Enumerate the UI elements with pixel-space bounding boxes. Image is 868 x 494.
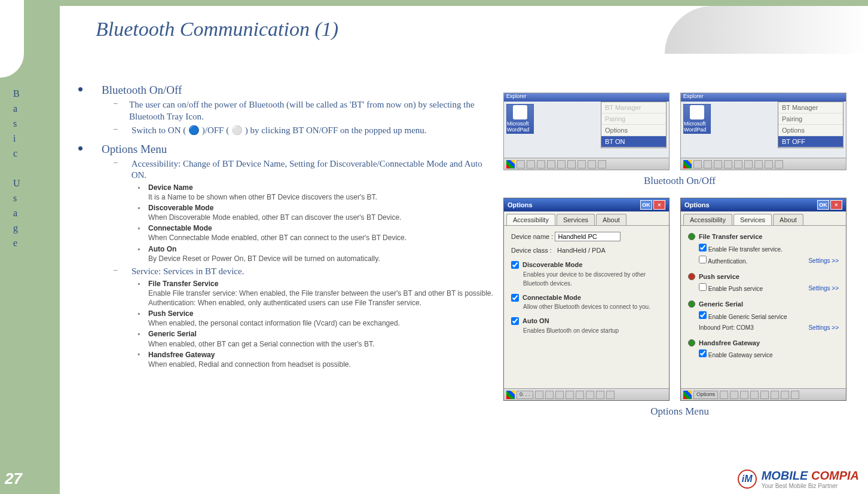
logo-mark: iM [738, 470, 757, 489]
tray-icon[interactable] [765, 160, 773, 168]
tray-icon[interactable] [781, 391, 789, 399]
brand-logo: iM MOBILE COMPIA Your Best Mobile Biz Pa… [738, 469, 859, 489]
menu-item[interactable]: Options [778, 125, 843, 136]
tab[interactable]: Services [557, 214, 595, 225]
menu-item[interactable]: BT ON [601, 136, 666, 148]
start-icon[interactable] [506, 160, 515, 168]
square-bullet: ▪ [137, 244, 148, 254]
tray-icon[interactable] [516, 160, 525, 168]
logo-tagline: Your Best Mobile Biz Partner [762, 483, 859, 489]
tray-icon[interactable] [740, 391, 748, 399]
checkbox-desc: Allow other Bluetooth devices to connect… [523, 302, 662, 311]
tray-icon[interactable] [760, 391, 769, 399]
tab[interactable]: About [596, 214, 626, 225]
context-menu: BT ManagerPairingOptionsBT OFF [778, 102, 843, 148]
close-button[interactable]: × [830, 200, 842, 210]
context-menu: BT ManagerPairingOptionsBT ON [601, 102, 667, 148]
device-name-input[interactable] [555, 232, 621, 241]
panel-body: Device name : Device class : HandHeld / … [504, 226, 669, 341]
menu-item[interactable]: BT OFF [778, 136, 843, 148]
tray-icon[interactable] [535, 391, 543, 399]
tray-icon[interactable] [775, 160, 783, 168]
caption-options-menu: Options Menu [503, 406, 856, 418]
device-class-field: Device class : HandHeld / PDA [511, 246, 662, 256]
start-icon[interactable] [506, 391, 515, 399]
l3-title: Device Name [148, 183, 193, 192]
tray-icon[interactable] [724, 160, 732, 168]
tray-icon[interactable] [567, 160, 576, 168]
menu-item[interactable]: Options [601, 125, 666, 136]
tray-icon[interactable] [557, 160, 566, 168]
tray-icon[interactable] [598, 160, 606, 168]
tray-icon[interactable] [545, 391, 554, 399]
settings-link[interactable]: Settings >> [808, 256, 839, 265]
desktop-screenshot: ExplorerMicrosoft WordPadBT ManagerPairi… [503, 93, 670, 170]
tray-icon[interactable] [720, 391, 728, 399]
tab-bar: AccessibilityServicesAbout [504, 211, 669, 226]
taskbar-button[interactable]: Options [693, 391, 718, 399]
tray-icon[interactable] [734, 160, 742, 168]
left-sidebar: Basic Usage 27 [0, 0, 60, 494]
tray-icon[interactable] [754, 160, 763, 168]
start-icon[interactable] [683, 391, 692, 399]
dash-icon: – [114, 266, 132, 278]
taskbar-button[interactable]: 0. . . [516, 391, 533, 399]
checkbox[interactable] [511, 294, 519, 302]
tray-icon[interactable] [577, 160, 586, 168]
l3-desc: When enabled, other BT can get a Serial … [148, 339, 496, 349]
l3-title: File Transfer Service [148, 280, 218, 288]
checkbox[interactable] [699, 244, 707, 251]
tray-icon[interactable] [771, 391, 779, 399]
ok-button[interactable]: OK [640, 200, 652, 210]
tray-icon[interactable] [730, 391, 738, 399]
start-icon[interactable] [683, 160, 692, 168]
tray-icon[interactable] [791, 391, 799, 399]
tray-icon[interactable] [586, 391, 594, 399]
tray-icon[interactable] [714, 160, 722, 168]
tray-icon[interactable] [588, 160, 596, 168]
service-header: Handsfree Gateway [688, 338, 839, 348]
l3-desc: Enable File transfer service: When enabl… [148, 289, 496, 298]
tab[interactable]: Services [733, 214, 772, 225]
top-accent-bar [42, 0, 868, 6]
tray-icon[interactable] [555, 391, 564, 399]
desktop-screenshot: ExplorerMicrosoft WordPadBT ManagerPairi… [680, 93, 846, 170]
checkbox[interactable] [699, 311, 707, 319]
checkbox-desc: Enables Bluetooth on device startup [523, 326, 662, 335]
checkbox[interactable] [699, 349, 707, 357]
service-header: File Transfer service [688, 232, 839, 242]
tray-icon[interactable] [547, 160, 555, 168]
service-row: Authentication.Settings >> [699, 256, 839, 266]
tray-icon[interactable] [693, 160, 702, 168]
tray-icon[interactable] [744, 160, 753, 168]
tray-icon[interactable] [576, 391, 584, 399]
settings-link[interactable]: Settings >> [808, 323, 839, 332]
status-dot-icon [688, 339, 695, 346]
close-button[interactable]: × [653, 200, 665, 210]
tab[interactable]: Accessibility [506, 214, 555, 225]
bullet-dot: • [78, 84, 102, 97]
slide-title: Bluetooth Communication (1) [96, 18, 338, 41]
tab[interactable]: About [773, 214, 803, 225]
tray-icon[interactable] [596, 391, 604, 399]
menu-item[interactable]: BT Manager [778, 102, 843, 113]
square-bullet: ▪ [137, 223, 148, 233]
tab[interactable]: Accessibility [683, 214, 732, 225]
tray-icon[interactable] [537, 160, 545, 168]
menu-item[interactable]: BT Manager [601, 102, 666, 113]
checkbox[interactable] [511, 261, 519, 269]
settings-link[interactable]: Settings >> [808, 284, 839, 293]
tray-icon[interactable] [566, 391, 574, 399]
menu-item[interactable]: Pairing [601, 113, 666, 125]
tray-icon[interactable] [704, 160, 712, 168]
checkbox[interactable] [699, 283, 707, 291]
menu-item[interactable]: Pairing [778, 113, 843, 125]
l2-text: The user can on/off the power of Bluetoo… [129, 99, 496, 122]
tray-icon[interactable] [527, 160, 535, 168]
bullet-content: •Bluetooth On/Off–The user can on/off th… [78, 78, 496, 369]
tray-icon[interactable] [750, 391, 759, 399]
tray-icon[interactable] [606, 391, 615, 399]
ok-button[interactable]: OK [817, 200, 829, 210]
checkbox[interactable] [699, 256, 707, 263]
checkbox[interactable] [511, 317, 519, 325]
